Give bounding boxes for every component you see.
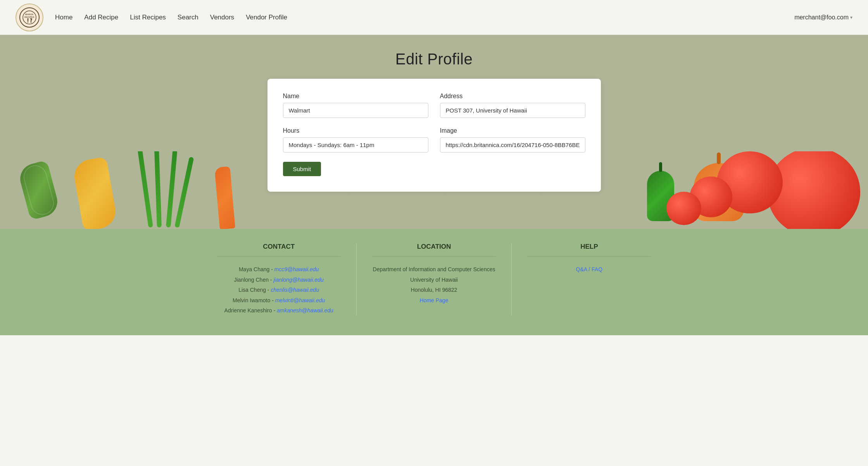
image-group: Image — [440, 127, 585, 152]
nav-links: Home Add Recipe List Recipes Search Vend… — [55, 14, 794, 21]
footer-inner: CONTACT Maya Chang - mcc9@hawaii.edu Jia… — [202, 243, 667, 316]
location-homepage-link[interactable]: Home Page — [420, 297, 449, 303]
nav-vendor-profile[interactable]: Vendor Profile — [246, 14, 287, 21]
location-line-3: Honolulu, HI 96822 — [372, 285, 496, 295]
image-label: Image — [440, 127, 585, 134]
veg-cucumber — [17, 160, 61, 220]
hours-label: Hours — [283, 127, 428, 134]
form-row-2: Hours Image — [283, 127, 585, 152]
contact-name-5: Adrienne Kaneshiro - — [224, 307, 277, 314]
svg-text:RECIPES: RECIPES — [24, 16, 35, 18]
contact-line-2: Jianlong Chen - jianlong@hawaii.edu — [217, 275, 341, 285]
footer-contact-content: Maya Chang - mcc9@hawaii.edu Jianlong Ch… — [217, 264, 341, 316]
image-input[interactable] — [440, 137, 585, 152]
veg-carrot — [214, 166, 235, 229]
contact-line-4: Melvin Iwamoto - melvinti@hawaii.edu — [217, 295, 341, 306]
footer-help-content: Q&A / FAQ — [527, 264, 651, 275]
contact-line-1: Maya Chang - mcc9@hawaii.edu — [217, 264, 341, 275]
veg-tomatoes-right — [635, 151, 868, 229]
contact-email-5[interactable]: amkanesh@hawaii.edu — [277, 307, 333, 314]
hours-input[interactable] — [283, 137, 428, 152]
svg-text:MANOA: MANOA — [25, 13, 33, 16]
contact-name-3: Lisa Cheng - — [238, 287, 271, 293]
veg-squash — [72, 157, 118, 229]
hero-section: Edit Profile Name Address Hours Image Su… — [0, 35, 868, 229]
footer: CONTACT Maya Chang - mcc9@hawaii.edu Jia… — [0, 229, 868, 335]
contact-name-4: Melvin Iwamoto - — [233, 297, 275, 303]
edit-profile-form: Name Address Hours Image Submit — [267, 79, 601, 192]
form-row-1: Name Address — [283, 93, 585, 118]
submit-button[interactable]: Submit — [283, 162, 321, 176]
contact-email-2[interactable]: jianlong@hawaii.edu — [273, 277, 323, 283]
veg-onion — [147, 151, 180, 229]
footer-help-col: HELP Q&A / FAQ — [512, 243, 666, 316]
address-input[interactable] — [440, 103, 585, 118]
location-line-1: Department of Information and Computer S… — [372, 264, 496, 275]
footer-location-col: LOCATION Department of Information and C… — [357, 243, 512, 316]
logo-inner: MANOA RECIPES — [19, 7, 40, 28]
contact-email-3[interactable]: chenlis@hawaii.edu — [271, 287, 319, 293]
footer-help-title: HELP — [527, 243, 651, 256]
address-label: Address — [440, 93, 585, 100]
footer-contact-col: CONTACT Maya Chang - mcc9@hawaii.edu Jia… — [202, 243, 357, 316]
contact-line-3: Lisa Cheng - chenlis@hawaii.edu — [217, 285, 341, 295]
nav-add-recipe[interactable]: Add Recipe — [84, 14, 118, 21]
nav-vendors[interactable]: Vendors — [210, 14, 234, 21]
navbar: MANOA RECIPES Home Add Recipe List Recip… — [0, 0, 868, 35]
contact-email-1[interactable]: mcc9@hawaii.edu — [274, 266, 319, 272]
name-group: Name — [283, 93, 428, 118]
footer-location-content: Department of Information and Computer S… — [372, 264, 496, 305]
contact-name-1: Maya Chang - — [239, 266, 274, 272]
name-input[interactable] — [283, 103, 428, 118]
footer-contact-title: CONTACT — [217, 243, 341, 256]
nav-search[interactable]: Search — [178, 14, 198, 21]
page-title: Edit Profile — [395, 50, 473, 68]
nav-home[interactable]: Home — [55, 14, 72, 21]
user-menu[interactable]: merchant@foo.com — [794, 14, 852, 21]
help-faq-link[interactable]: Q&A / FAQ — [576, 266, 602, 272]
logo[interactable]: MANOA RECIPES — [16, 3, 43, 31]
contact-line-5: Adrienne Kaneshiro - amkanesh@hawaii.edu — [217, 305, 341, 316]
contact-name-2: Jianlong Chen - — [234, 277, 273, 283]
footer-location-title: LOCATION — [372, 243, 496, 256]
name-label: Name — [283, 93, 428, 100]
address-group: Address — [440, 93, 585, 118]
location-line-2: University of Hawaii — [372, 275, 496, 285]
contact-email-4[interactable]: melvinti@hawaii.edu — [275, 297, 325, 303]
hours-group: Hours — [283, 127, 428, 152]
nav-list-recipes[interactable]: List Recipes — [130, 14, 166, 21]
